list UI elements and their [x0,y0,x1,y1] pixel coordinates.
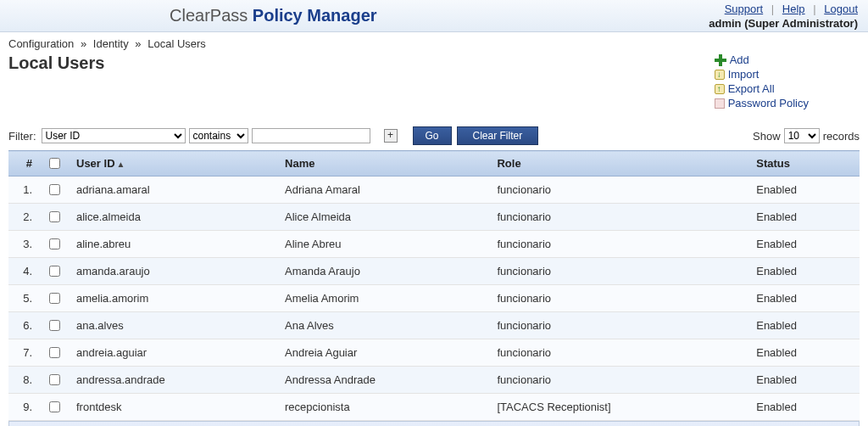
row-role: funcionario [490,204,749,231]
row-name: Adriana Amaral [278,177,490,204]
row-name: Ana Alves [278,312,490,339]
table-row: 7.andreia.aguiarAndreia Aguiarfuncionari… [8,339,860,367]
row-status: Enabled [749,394,860,421]
row-role: funcionario [490,231,749,258]
divider: | [808,3,821,15]
user-id-link[interactable]: adriana.amaral [76,183,150,196]
breadcrumb-local-users[interactable]: Local Users [147,37,206,50]
row-checkbox-cell [39,285,70,312]
action-password-policy[interactable]: Password Policy [715,97,809,109]
top-right: Support | Help | Logout admin (Super Adm… [709,2,858,31]
user-id-link[interactable]: andreia.aguiar [76,346,147,359]
row-user-id: ana.alves [70,312,278,339]
col-user-id[interactable]: User ID▲ [70,151,278,177]
row-status: Enabled [749,339,860,367]
select-all-checkbox[interactable] [49,158,60,169]
row-checkbox[interactable] [49,347,60,358]
row-checkbox[interactable] [49,266,60,277]
add-filter-button[interactable]: + [384,129,398,143]
table-row: 4.amanda.araujoAmanda AraujofuncionarioE… [8,258,860,285]
row-number: 3. [8,231,39,258]
row-checkbox-cell [39,394,70,421]
row-role: funcionario [490,339,749,367]
row-checkbox[interactable] [49,401,60,412]
row-checkbox-cell [39,339,70,367]
export-all-link[interactable]: Export All [728,82,775,95]
row-user-id: amanda.araujo [70,258,278,285]
col-name[interactable]: Name [278,151,490,177]
filter-value-input[interactable] [252,128,370,143]
action-export-all[interactable]: Export All [715,82,809,95]
content-header: Local Users Add Import Export All Passwo… [0,52,868,120]
row-user-id: alice.almeida [70,204,278,231]
row-number: 8. [8,367,39,394]
user-id-link[interactable]: alice.almeida [76,210,141,223]
divider: | [766,3,779,15]
action-import[interactable]: Import [715,68,809,81]
col-status[interactable]: Status [749,151,860,177]
row-checkbox[interactable] [49,293,60,304]
row-checkbox-cell [39,177,70,204]
row-status: Enabled [749,258,860,285]
col-number[interactable]: # [8,151,39,177]
row-number: 2. [8,204,39,231]
breadcrumb-configuration[interactable]: Configuration [8,37,74,50]
user-id-link[interactable]: ana.alves [76,319,124,332]
col-role[interactable]: Role [490,151,749,177]
records-suffix: records [823,130,860,143]
page-title: Local Users [8,53,104,73]
row-checkbox[interactable] [49,211,60,222]
row-number: 5. [8,285,39,312]
row-number: 6. [8,312,39,339]
row-name: recepcionista [278,394,490,421]
password-policy-link[interactable]: Password Policy [728,97,809,109]
brand-light: ClearPass [170,6,248,25]
row-number: 1. [8,177,39,204]
row-status: Enabled [749,312,860,339]
row-role: funcionario [490,312,749,339]
table-row: 1.adriana.amaralAdriana Amaralfuncionari… [8,177,860,204]
row-checkbox[interactable] [49,374,60,385]
brand: ClearPass Policy Manager [170,6,377,25]
row-status: Enabled [749,177,860,204]
sort-asc-icon: ▲ [117,160,125,169]
col-checkbox [39,151,70,177]
user-id-link[interactable]: frontdesk [76,401,121,413]
user-id-link[interactable]: amelia.amorim [76,292,148,305]
go-button[interactable]: Go [413,126,452,145]
row-status: Enabled [749,231,860,258]
breadcrumb-identity[interactable]: Identity [93,37,129,50]
user-id-link[interactable]: aline.abreu [76,238,131,250]
action-add[interactable]: Add [715,53,809,66]
help-link[interactable]: Help [782,3,805,15]
logout-link[interactable]: Logout [824,3,858,15]
row-checkbox[interactable] [49,238,60,249]
users-table: # User ID▲ Name Role Status 1.adriana.am… [8,150,860,421]
user-id-link[interactable]: andressa.andrade [76,373,165,386]
filter-field-select[interactable]: User ID [42,128,186,143]
filter-operator-select[interactable]: contains [189,128,248,143]
row-number: 7. [8,339,39,367]
row-checkbox[interactable] [49,184,60,195]
brand-bold: Policy Manager [253,6,377,25]
support-link[interactable]: Support [725,3,764,15]
add-link[interactable]: Add [730,53,749,66]
table-header-row: # User ID▲ Name Role Status [8,151,860,177]
table-row: 3.aline.abreuAline AbreufuncionarioEnabl… [8,231,860,258]
add-icon [715,54,726,66]
row-user-id: aline.abreu [70,231,278,258]
row-role: funcionario [490,367,749,394]
records-count-select[interactable]: 10 [784,128,820,143]
row-user-id: andressa.andrade [70,367,278,394]
row-checkbox[interactable] [49,320,60,331]
clear-filter-button[interactable]: Clear Filter [457,126,539,145]
row-checkbox-cell [39,231,70,258]
import-link[interactable]: Import [728,68,760,81]
import-icon [715,70,725,80]
breadcrumb: Configuration » Identity » Local Users [0,32,868,52]
row-status: Enabled [749,367,860,394]
row-user-id: amelia.amorim [70,285,278,312]
user-id-link[interactable]: amanda.araujo [76,265,150,277]
row-checkbox-cell [39,367,70,394]
policy-icon [715,98,725,109]
